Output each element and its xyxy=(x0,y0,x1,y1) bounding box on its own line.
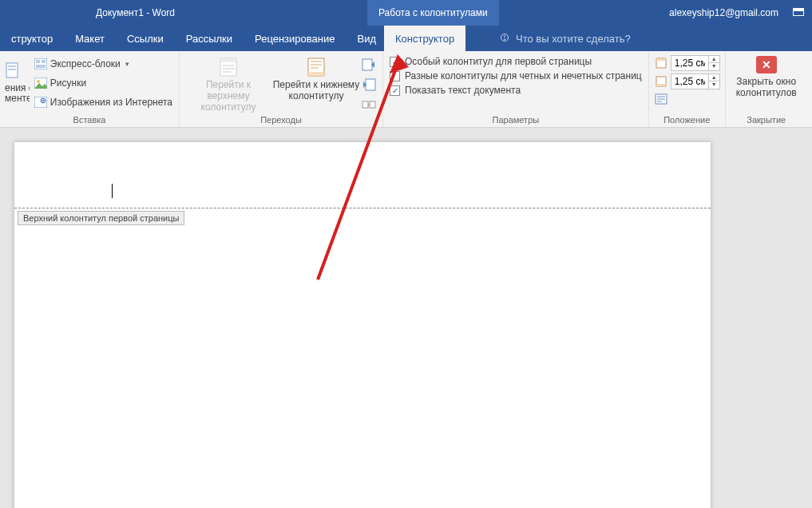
svg-rect-19 xyxy=(223,71,231,73)
close-header-footer-label-2: колонтитулов xyxy=(736,88,797,99)
pictures-button[interactable]: Рисунки xyxy=(33,74,174,92)
svg-rect-25 xyxy=(362,59,372,70)
header-separator xyxy=(14,208,711,208)
tab-mailings[interactable]: Рассылки xyxy=(175,26,244,51)
svg-rect-28 xyxy=(370,101,375,108)
header-from-top-spinner[interactable]: ▲▼ xyxy=(671,55,720,71)
document-info-icon[interactable] xyxy=(5,62,21,81)
ribbon-group-position: ▲▼ ▲▼ Полож xyxy=(649,51,726,127)
svg-rect-10 xyxy=(36,65,46,68)
previous-section-button[interactable] xyxy=(360,56,378,73)
ribbon-group-close: ✕ Закрыть окно колонтитулов Закрытие xyxy=(726,51,807,127)
dropdown-caret-icon[interactable]: ▾ xyxy=(125,60,129,68)
title-bar: Документ1 - Word Работа с колонтитулами … xyxy=(0,0,812,26)
footer-from-bottom-spinner[interactable]: ▲▼ xyxy=(671,73,720,89)
express-blocks-label: Экспресс-блоки xyxy=(50,58,121,69)
tab-constructor-partial[interactable]: структор xyxy=(0,26,64,51)
insert-alignment-tab-icon[interactable] xyxy=(654,92,668,106)
goto-footer-button[interactable]: Перейти к нижнему колонтитулу xyxy=(272,53,360,113)
checkbox-icon: ✓ xyxy=(390,57,400,67)
svg-rect-24 xyxy=(311,67,319,69)
document-page[interactable]: Верхний колонтитул первой страницы xyxy=(14,142,711,508)
ribbon-group-insert: ения о менте▾ Экспресс-блоки ▾ xyxy=(0,51,180,127)
spinner-down-icon[interactable]: ▼ xyxy=(708,63,719,70)
text-cursor xyxy=(112,184,113,198)
svg-rect-8 xyxy=(36,60,40,63)
ribbon-group-navigation: Перейти к верхнему колонтитулу Перейти к… xyxy=(180,51,383,127)
ribbon-tabs: структор Макет Ссылки Рассылки Рецензиро… xyxy=(0,26,812,51)
svg-rect-30 xyxy=(656,58,666,61)
group-options-label: Параметры xyxy=(388,113,644,127)
contextual-tab-title: Работа с колонтитулами xyxy=(367,0,499,26)
svg-rect-32 xyxy=(656,84,666,86)
tell-me-placeholder: Что вы хотите сделать? xyxy=(516,33,631,45)
svg-rect-16 xyxy=(220,58,236,62)
svg-rect-22 xyxy=(311,61,322,62)
show-document-text-checkbox[interactable]: ✓ Показать текст документа xyxy=(390,85,642,96)
group-close-label: Закрытие xyxy=(731,113,802,127)
svg-rect-9 xyxy=(42,60,46,63)
express-blocks-icon xyxy=(34,58,47,70)
tab-review[interactable]: Рецензирование xyxy=(244,26,346,51)
svg-rect-27 xyxy=(362,101,368,108)
close-header-footer-label-1: Закрыть окно xyxy=(736,77,797,88)
svg-rect-18 xyxy=(223,68,234,69)
online-pictures-icon xyxy=(34,96,47,109)
pictures-label: Рисунки xyxy=(50,77,86,89)
express-blocks-button[interactable]: Экспресс-блоки ▾ xyxy=(33,55,174,73)
footer-from-bottom-icon xyxy=(654,74,668,89)
svg-rect-23 xyxy=(311,64,322,65)
ribbon: ения о менте▾ Экспресс-блоки ▾ xyxy=(0,51,812,128)
svg-rect-1 xyxy=(794,9,804,11)
online-pictures-label: Изображения из Интернета xyxy=(50,97,172,108)
checkbox-icon xyxy=(390,71,400,81)
tab-layout[interactable]: Макет xyxy=(64,26,116,51)
group-insert-label: Вставка xyxy=(5,113,174,127)
svg-point-12 xyxy=(37,80,40,83)
footer-from-bottom-input[interactable] xyxy=(671,76,708,87)
svg-rect-26 xyxy=(366,79,375,90)
ribbon-display-options-icon[interactable] xyxy=(790,4,807,22)
svg-rect-5 xyxy=(8,65,16,67)
online-pictures-button[interactable]: Изображения из Интернета xyxy=(33,93,174,111)
checkbox-icon: ✓ xyxy=(390,85,400,96)
spinner-down-icon[interactable]: ▼ xyxy=(708,81,719,89)
user-email[interactable]: alexeyship12@gmail.com xyxy=(669,7,778,18)
goto-footer-label: Перейти к нижнему колонтитулу xyxy=(272,80,360,102)
svg-rect-17 xyxy=(223,65,234,66)
svg-point-3 xyxy=(504,39,505,40)
spinner-up-icon[interactable]: ▲ xyxy=(708,74,719,81)
ribbon-group-options: ✓ Особый колонтитул для первой страницы … xyxy=(383,51,649,127)
different-first-page-checkbox[interactable]: ✓ Особый колонтитул для первой страницы xyxy=(390,56,642,67)
header-tag-label: Верхний колонтитул первой страницы xyxy=(18,211,184,225)
next-section-button[interactable] xyxy=(360,76,378,93)
show-document-text-label: Показать текст документа xyxy=(405,85,521,96)
different-first-page-label: Особый колонтитул для первой страницы xyxy=(405,56,592,67)
group-navigation-label: Переходы xyxy=(184,113,378,127)
footer-page-icon xyxy=(303,56,329,78)
header-from-top-input[interactable] xyxy=(671,58,708,69)
close-header-footer-button[interactable]: ✕ Закрыть окно колонтитулов xyxy=(731,53,802,113)
link-to-previous-button[interactable] xyxy=(360,96,378,113)
different-odd-even-checkbox[interactable]: Разные колонтитулы для четных и нечетных… xyxy=(390,70,642,81)
different-odd-even-label: Разные колонтитулы для четных и нечетных… xyxy=(405,70,642,81)
tab-view[interactable]: Вид xyxy=(346,26,387,51)
group-position-label: Положение xyxy=(654,113,720,127)
svg-rect-6 xyxy=(8,69,16,70)
spinner-up-icon[interactable]: ▲ xyxy=(708,56,719,63)
document-title: Документ1 - Word xyxy=(96,7,175,18)
close-icon: ✕ xyxy=(756,56,777,73)
header-from-top-icon xyxy=(654,56,668,70)
document-info-label-2: менте xyxy=(5,93,30,104)
goto-header-button: Перейти к верхнему колонтитулу xyxy=(184,53,272,113)
header-region[interactable] xyxy=(14,142,711,208)
document-editor-area[interactable]: Верхний колонтитул первой страницы xyxy=(0,128,812,508)
tab-references[interactable]: Ссылки xyxy=(116,26,175,51)
tab-header-footer-design[interactable]: Конструктор xyxy=(384,26,465,51)
tell-me-search[interactable]: Что вы хотите сделать? xyxy=(500,26,631,51)
svg-rect-21 xyxy=(308,72,324,76)
pictures-icon xyxy=(34,77,47,89)
goto-header-label: Перейти к верхнему колонтитулу xyxy=(184,80,272,113)
header-page-icon xyxy=(216,56,241,78)
